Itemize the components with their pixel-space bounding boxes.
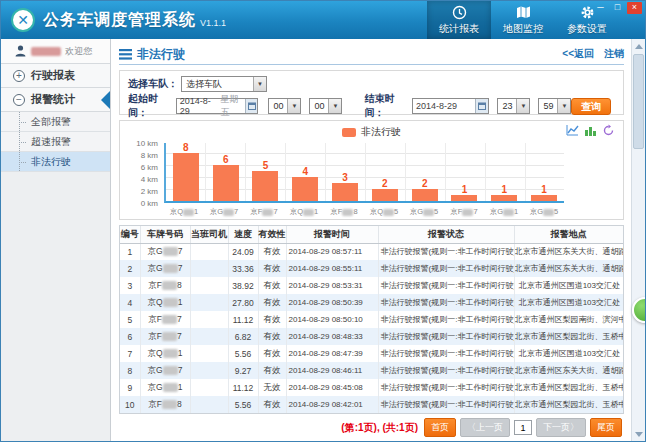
redacted-text (162, 315, 177, 324)
chart-legend[interactable]: 非法行驶 (120, 125, 623, 139)
cell-no: 7 (120, 345, 140, 362)
bar[interactable] (332, 183, 358, 201)
prev-page-button[interactable]: 〈上一页 (460, 418, 510, 437)
x-tick-label: 京F8 (324, 207, 364, 217)
nav-tabs: 统计报表地图监控参数设置 (427, 1, 619, 39)
redacted-text (543, 209, 554, 216)
bar[interactable] (451, 195, 477, 201)
cell-status: 非法行驶报警(规则一:非工作时间行驶) (378, 277, 514, 294)
nav-tab-map[interactable]: 地图监控 (491, 1, 555, 39)
bar-slot: 4 (285, 141, 325, 201)
logout-link[interactable]: 注销 (604, 47, 624, 61)
end-date-input[interactable]: 2014-8-29 (412, 98, 489, 114)
end-minute-select[interactable]: 59 ▼ (538, 98, 571, 114)
refresh-icon[interactable] (602, 124, 615, 137)
minimize-button[interactable]: ─ (593, 2, 608, 14)
cell-status: 非法行驶报警(规则一:非工作时间行驶) (378, 345, 514, 362)
table-row[interactable]: 4京Q127.80有效2014-08-29 08:50:39非法行驶报警(规则一… (120, 294, 623, 311)
end-minute-value: 59 (539, 99, 557, 113)
vertical-scrollbar[interactable] (631, 39, 645, 441)
table-row[interactable]: 3京F838.92有效2014-08-29 08:53:31非法行驶报警(规则一… (120, 277, 623, 294)
cell-plate: 京G1 (140, 379, 190, 396)
close-button[interactable]: × (627, 2, 642, 14)
end-hour-select[interactable]: 23 ▼ (497, 98, 530, 114)
column-header-1: 车牌号码 (140, 226, 190, 243)
cell-speed: 9.27 (228, 362, 258, 379)
cell-time: 2014-08-29 08:48:33 (286, 328, 378, 345)
sidebar-item-超速报警[interactable]: 超速报警 (1, 132, 110, 152)
bar[interactable] (531, 195, 557, 201)
y-axis-ticks: 10 km8 km6 km4 km2 km0 km (122, 143, 160, 203)
back-link[interactable]: <<返回 (562, 47, 594, 61)
page-number-input[interactable] (514, 420, 532, 435)
bar[interactable] (292, 177, 318, 201)
nav-tab-stats[interactable]: 统计报表 (427, 1, 491, 39)
cell-driver (190, 243, 228, 260)
query-button[interactable]: 查询 (571, 98, 611, 115)
bar-slot: 1 (445, 141, 485, 201)
triangle-up-icon (635, 44, 643, 49)
sidebar-menu: +行驶报表−报警统计全部报警超速报警非法行驶 (1, 64, 110, 172)
sidebar-item-非法行驶[interactable]: 非法行驶 (1, 152, 110, 172)
bar[interactable] (412, 189, 438, 201)
header-links: <<返回 注销 (562, 47, 624, 61)
table-row[interactable]: 9京G111.12无效2014-08-29 08:45:08非法行驶报警(规则一… (120, 379, 623, 396)
cell-location: 北京市通州区国道103交汇处 (514, 345, 623, 362)
cell-no: 1 (120, 243, 140, 260)
scroll-up-arrow[interactable] (632, 39, 646, 53)
fleet-select[interactable]: 选择车队 ▼ (181, 76, 267, 92)
start-minute-select[interactable]: 00 ▼ (309, 98, 342, 114)
table-row[interactable]: 8京G79.27有效2014-08-29 08:46:11非法行驶报警(规则一:… (120, 362, 623, 379)
maximize-button[interactable]: □ (610, 2, 625, 14)
redacted-text (163, 383, 178, 392)
table-row[interactable]: 6京F76.82有效2014-08-29 08:48:33非法行驶报警(规则一:… (120, 328, 623, 345)
table-row[interactable]: 10京F85.56有效2014-08-29 08:42:01非法行驶报警(规则一… (120, 396, 623, 413)
bar[interactable] (213, 165, 239, 201)
y-tick-label: 4 km (120, 175, 158, 184)
sidebar-menu-alarm-stats[interactable]: −报警统计 (1, 88, 110, 112)
page-title: 非法行驶 (137, 46, 185, 63)
cell-speed: 5.56 (228, 396, 258, 413)
column-header-2: 当班司机 (190, 226, 228, 243)
bar[interactable] (491, 195, 517, 201)
calendar-icon[interactable] (245, 99, 257, 113)
next-page-button[interactable]: 下一页〉 (536, 418, 586, 437)
calendar-icon[interactable] (475, 99, 488, 113)
cell-status: 非法行驶报警(规则一:非工作时间行驶) (378, 362, 514, 379)
sidebar-item-全部报警[interactable]: 全部报警 (1, 112, 110, 132)
map-icon (516, 4, 531, 20)
table-row[interactable]: 2京G733.36有效2014-08-29 08:55:11非法行驶报警(规则一… (120, 260, 623, 277)
legend-label: 非法行驶 (361, 125, 401, 139)
x-tick-label: 京F7 (444, 207, 484, 217)
table-row[interactable]: 7京Q15.56有效2014-08-29 08:47:39非法行驶报警(规则一:… (120, 345, 623, 362)
bar-slot: 2 (365, 141, 405, 201)
cell-time: 2014-08-29 08:53:31 (286, 277, 378, 294)
pagination-info: (第:1页), (共:1页) (341, 421, 418, 435)
last-page-button[interactable]: 尾页 (590, 418, 622, 437)
app-body: 欢迎您 +行驶报表−报警统计全部报警超速报警非法行驶 非法行驶 <<返回 注销 (1, 39, 645, 441)
sidebar-menu-label: 行驶报表 (31, 68, 75, 83)
start-hour-select[interactable]: 00 ▼ (268, 98, 301, 114)
scroll-down-arrow[interactable] (632, 427, 646, 441)
redacted-text (163, 247, 178, 256)
bar[interactable] (252, 171, 278, 201)
user-name-redacted (31, 42, 61, 60)
table-row[interactable]: 1京G724.09有效2014-08-29 08:57:11非法行驶报警(规则一… (120, 243, 623, 260)
bar[interactable] (173, 153, 199, 201)
bar-value-label: 2 (382, 179, 388, 189)
bar-chart-icon[interactable] (584, 124, 597, 137)
end-hour-value: 23 (498, 99, 516, 113)
line-chart-icon[interactable] (566, 124, 579, 137)
chart-toolbox (566, 124, 615, 137)
bar-slot: 5 (246, 141, 286, 201)
start-date-input[interactable]: 2014-8-29 星期五 (176, 98, 259, 114)
scrollbar-thumb[interactable] (633, 54, 644, 149)
alarm-table-wrap: 编号车牌号码当班司机速度有效性报警时间报警状态报警地点 1京G724.09有效2… (119, 225, 624, 414)
table-row[interactable]: 5京F711.12有效2014-08-29 08:50:10非法行驶报警(规则一… (120, 311, 623, 328)
cell-valid: 有效 (258, 294, 286, 311)
bar-slot: 8 (166, 141, 206, 201)
bar[interactable] (372, 189, 398, 201)
first-page-button[interactable]: 首页 (424, 418, 456, 437)
sidebar-menu-driving-report[interactable]: +行驶报表 (1, 64, 110, 88)
cell-time: 2014-08-29 08:55:11 (286, 260, 378, 277)
